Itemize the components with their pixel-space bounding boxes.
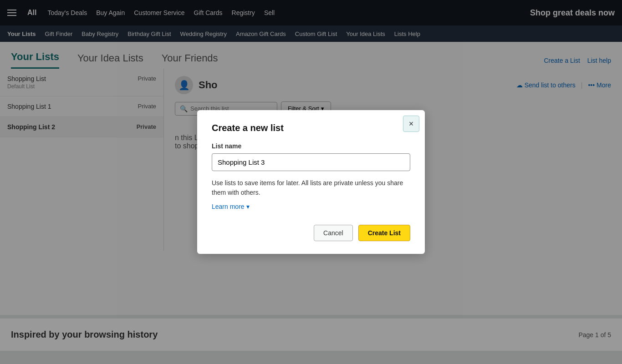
- list-name-label: List name: [212, 142, 410, 150]
- chevron-down-icon: ▾: [246, 203, 250, 210]
- learn-more-link[interactable]: Learn more ▾: [212, 203, 250, 210]
- modal-footer: Cancel Create List: [212, 225, 410, 241]
- modal-title: Create a new list: [212, 123, 410, 133]
- create-list-button[interactable]: Create List: [358, 225, 410, 241]
- modal-description: Use lists to save items for later. All l…: [212, 178, 410, 197]
- cancel-button[interactable]: Cancel: [314, 225, 353, 241]
- list-name-input[interactable]: [212, 153, 410, 171]
- learn-more-label: Learn more: [212, 203, 245, 210]
- modal-overlay[interactable]: × Create a new list List name Use lists …: [0, 0, 622, 351]
- modal-close-button[interactable]: ×: [403, 116, 419, 132]
- create-list-modal: × Create a new list List name Use lists …: [197, 110, 425, 254]
